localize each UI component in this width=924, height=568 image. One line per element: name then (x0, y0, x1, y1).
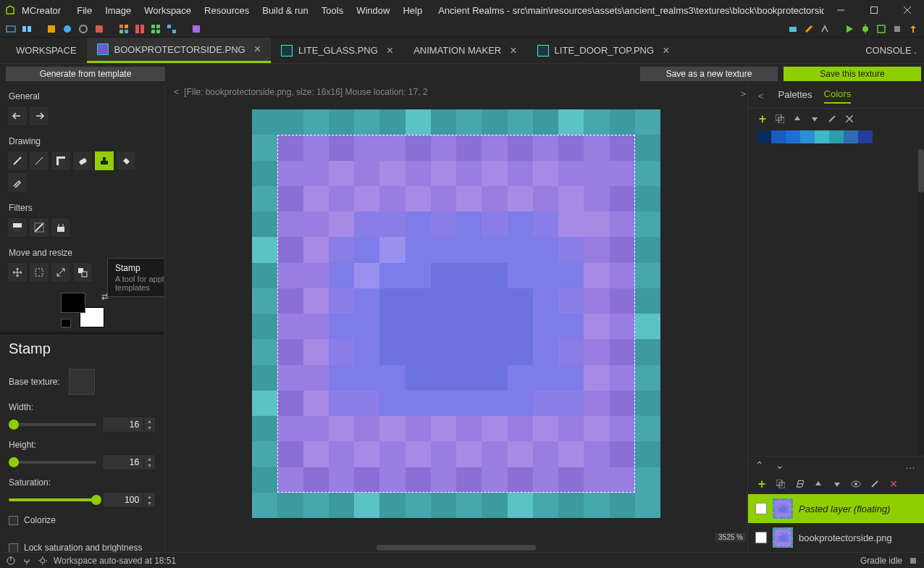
run-button[interactable] (843, 22, 856, 36)
menu-help[interactable]: Help (397, 2, 428, 19)
tab-lite-glass[interactable]: LITE_GLASS.PNG × (271, 38, 403, 63)
tool-icon-r1[interactable] (786, 22, 799, 36)
save-this-texture-button[interactable]: Save this texture (784, 67, 921, 81)
add-layer-icon[interactable]: + (755, 478, 768, 490)
colorize-checkbox[interactable] (9, 516, 18, 525)
texture-canvas[interactable] (252, 109, 660, 518)
shape-tool[interactable] (51, 151, 71, 171)
tab-console[interactable]: CONSOLE . (858, 38, 924, 63)
undo-button[interactable] (7, 106, 28, 126)
menu-tools[interactable]: Tools (316, 2, 349, 19)
chevron-down-icon[interactable]: ⌄ (776, 459, 784, 471)
move-up-icon[interactable] (791, 113, 803, 125)
menu-workspace[interactable]: Workspace (138, 2, 197, 19)
layer-visibility-checkbox[interactable] (755, 532, 767, 543)
tool-icon-2[interactable] (20, 22, 33, 36)
line-tool[interactable] (29, 151, 49, 171)
height-spinner[interactable]: ▲▼ (102, 454, 156, 470)
layer-item-bookprotectorside[interactable]: bookprotectorside.png (748, 523, 924, 552)
collapse-right-panel-icon[interactable]: < (758, 91, 764, 101)
crop-tool[interactable] (72, 262, 93, 283)
delete-color-icon[interactable] (844, 113, 855, 125)
duplicate-layer-icon[interactable] (774, 478, 787, 490)
layer-visibility-checkbox[interactable] (755, 503, 767, 514)
tool-icon-4[interactable] (61, 22, 74, 36)
tab-bookprotectorside[interactable]: BOOKPROTECTORSIDE.PNG × (87, 38, 271, 63)
edit-color-icon[interactable] (826, 113, 838, 125)
minimize-button[interactable] (824, 0, 857, 20)
maximize-button[interactable] (857, 0, 891, 20)
filter-hsv-tool[interactable] (7, 217, 28, 238)
eraser-tool[interactable] (72, 151, 93, 171)
color-swatch-cell[interactable] (829, 130, 844, 143)
spin-down-icon[interactable]: ▼ (144, 500, 155, 506)
canvas-viewport[interactable] (165, 84, 747, 543)
height-input[interactable] (103, 455, 143, 469)
export-button[interactable] (907, 22, 920, 36)
lock-sat-checkbox[interactable] (9, 543, 18, 553)
saturation-input[interactable] (103, 493, 143, 507)
width-input[interactable] (103, 417, 143, 432)
saturation-slider[interactable] (9, 498, 96, 501)
bucket-tool[interactable] (116, 151, 136, 171)
color-swatch-cell[interactable] (800, 130, 815, 143)
build-button[interactable] (875, 22, 888, 36)
status-icon-power[interactable] (6, 556, 16, 566)
move-down-icon[interactable] (809, 113, 820, 125)
layer-edit-icon[interactable] (868, 478, 881, 490)
filter-noise-tool[interactable] (51, 217, 71, 238)
status-icon-tree[interactable] (22, 556, 32, 566)
move-tool[interactable] (7, 262, 28, 283)
spin-down-icon[interactable]: ▼ (144, 425, 155, 431)
foreground-color-swatch[interactable] (61, 293, 85, 313)
tool-icon-6[interactable] (93, 22, 106, 36)
tab-palettes[interactable]: Palettes (778, 89, 812, 103)
menu-build-run[interactable]: Build & run (256, 2, 314, 19)
tab-close-icon[interactable]: × (510, 44, 516, 57)
reset-colors-icon[interactable] (61, 319, 71, 327)
menu-window[interactable]: Window (350, 2, 395, 19)
filter-desat-tool[interactable] (29, 217, 49, 238)
tool-icon-8[interactable] (133, 22, 146, 36)
spin-up-icon[interactable]: ▲ (144, 493, 155, 500)
tab-close-icon[interactable]: × (663, 44, 669, 57)
color-swatch-cell[interactable] (844, 130, 858, 143)
tool-icon-3[interactable] (45, 22, 58, 36)
delete-layer-icon[interactable]: × (887, 478, 900, 490)
redo-button[interactable] (29, 106, 49, 126)
layer-visibility-icon[interactable] (849, 478, 862, 490)
tab-animation-maker[interactable]: ANIMATION MAKER × (403, 38, 526, 63)
add-color-icon[interactable]: + (757, 113, 768, 125)
collapse-left-icon[interactable]: < (174, 87, 179, 97)
color-swatch-cell[interactable] (858, 130, 873, 143)
layer-item-pasted[interactable]: Pasted layer (floating) (748, 494, 924, 523)
status-icon-gear[interactable] (38, 556, 48, 566)
stop-button[interactable] (891, 22, 904, 36)
menu-resources[interactable]: Resources (198, 2, 255, 19)
tool-icon-10[interactable] (165, 22, 178, 36)
base-texture-picker[interactable] (69, 369, 95, 395)
tool-icon-1[interactable] (4, 22, 17, 36)
menu-file[interactable]: File (71, 2, 98, 19)
tool-icon-r3[interactable] (818, 22, 831, 36)
tool-icon-r2[interactable] (802, 22, 815, 36)
saturation-spinner[interactable]: ▲▼ (102, 492, 156, 508)
save-as-new-texture-button[interactable]: Save as a new texture (640, 67, 778, 81)
tab-close-icon[interactable]: × (254, 43, 261, 56)
select-tool[interactable] (29, 262, 49, 283)
color-swatch-cell[interactable] (786, 130, 800, 143)
tool-icon-5[interactable] (77, 22, 90, 36)
merge-layer-icon[interactable]: ᗷ (793, 478, 806, 490)
swap-colors-icon[interactable]: ⇄ (101, 291, 109, 301)
layer-down-icon[interactable] (831, 478, 844, 490)
color-swatch-cell[interactable] (757, 130, 771, 143)
tool-icon-9[interactable] (149, 22, 162, 36)
debug-button[interactable] (859, 22, 872, 36)
width-spinner[interactable]: ▲▼ (102, 417, 156, 433)
tab-colors[interactable]: Colors (824, 88, 852, 104)
duplicate-color-icon[interactable] (774, 113, 786, 125)
generate-from-template-button[interactable]: Generate from template (6, 67, 165, 81)
tool-icon-11[interactable] (190, 22, 203, 36)
more-icon[interactable]: … (905, 459, 917, 471)
width-slider[interactable] (9, 423, 96, 426)
